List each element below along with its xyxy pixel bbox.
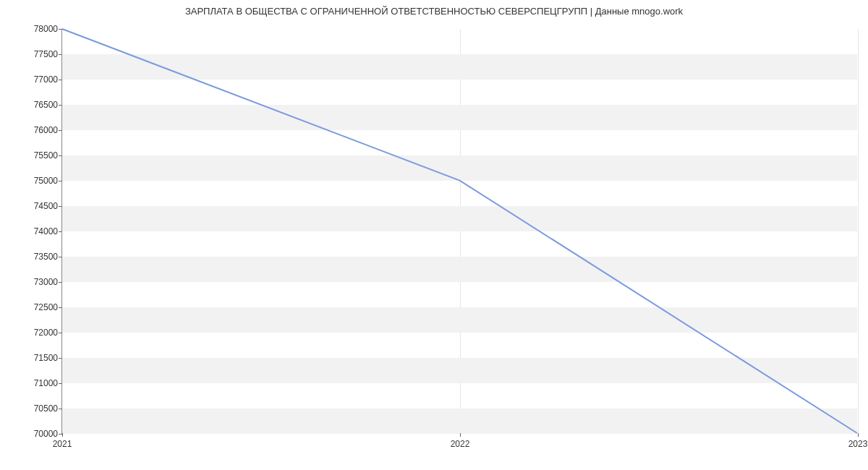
y-tick-mark	[59, 105, 62, 106]
plot-area: 7000070500710007150072000725007300073500…	[61, 29, 857, 434]
y-tick-mark	[59, 181, 62, 181]
x-tick-label: 2022	[451, 439, 470, 449]
x-gridline	[858, 29, 859, 433]
y-tick-label: 70500	[34, 403, 58, 414]
y-tick-label: 78000	[34, 24, 58, 34]
y-tick-mark	[59, 54, 62, 55]
y-tick-label: 75000	[34, 176, 58, 186]
y-tick-mark	[59, 307, 62, 308]
y-tick-label: 77000	[34, 74, 58, 85]
y-tick-label: 74000	[34, 226, 58, 236]
line-layer	[62, 29, 857, 433]
y-tick-label: 71500	[34, 353, 58, 363]
y-tick-label: 72500	[34, 302, 58, 312]
x-tick-mark	[858, 433, 859, 437]
y-tick-label: 76500	[34, 100, 58, 110]
y-tick-label: 76000	[34, 125, 58, 135]
y-tick-label: 77500	[34, 49, 58, 59]
chart-title: ЗАРПЛАТА В ОБЩЕСТВА С ОГРАНИЧЕННОЙ ОТВЕТ…	[0, 0, 868, 17]
y-tick-mark	[59, 333, 62, 333]
y-tick-mark	[59, 231, 62, 232]
y-tick-mark	[59, 282, 62, 283]
x-tick-mark	[460, 433, 461, 437]
y-tick-mark	[59, 130, 62, 131]
y-tick-mark	[59, 29, 62, 30]
y-tick-mark	[59, 80, 62, 80]
y-tick-label: 70000	[34, 429, 58, 439]
y-tick-label: 75500	[34, 150, 58, 161]
y-tick-label: 74500	[34, 201, 58, 211]
y-tick-label: 73000	[34, 277, 58, 287]
x-tick-mark	[62, 433, 63, 437]
data-line	[62, 29, 857, 433]
y-tick-mark	[59, 206, 62, 207]
y-tick-mark	[59, 257, 62, 257]
y-tick-mark	[59, 358, 62, 359]
x-tick-label: 2021	[53, 439, 72, 449]
y-tick-mark	[59, 155, 62, 156]
y-tick-mark	[59, 383, 62, 384]
x-tick-label: 2023	[848, 439, 868, 449]
y-tick-label: 71000	[34, 378, 58, 388]
y-tick-label: 72000	[34, 328, 58, 338]
y-tick-mark	[59, 409, 62, 409]
y-tick-label: 73500	[34, 252, 58, 262]
